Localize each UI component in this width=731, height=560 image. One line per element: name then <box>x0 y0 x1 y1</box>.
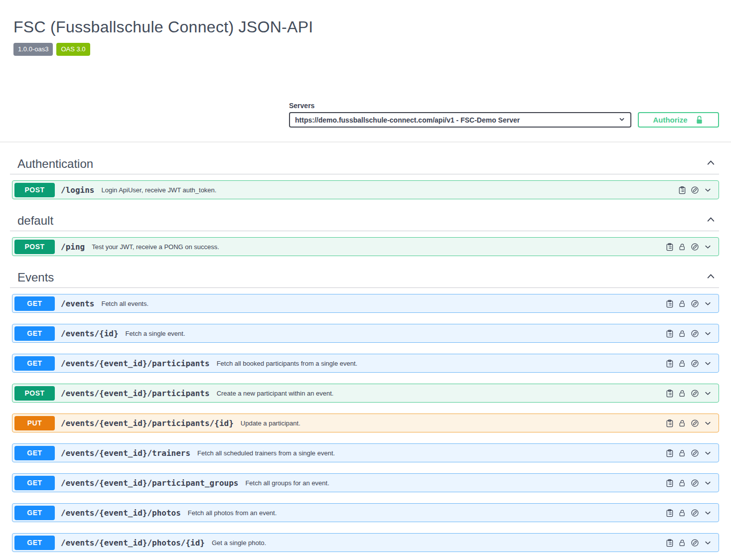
unlock-icon[interactable] <box>678 509 686 517</box>
operation-row[interactable]: POST /events/{event_id}/participants Cre… <box>12 384 719 403</box>
tag-section-header-events[interactable]: Events <box>10 267 719 288</box>
deep-link-icon[interactable] <box>691 243 699 251</box>
unlock-icon[interactable] <box>678 359 686 368</box>
operation-row[interactable]: GET /events/{event_id}/trainers Fetch al… <box>12 443 719 462</box>
deep-link-icon[interactable] <box>691 389 699 398</box>
tag-title: Authentication <box>17 157 93 171</box>
unlock-icon[interactable] <box>678 419 686 427</box>
endpoint-path: /events/{event_id}/participants/{id} <box>61 419 234 428</box>
endpoint-path: /events/{event_id}/trainers <box>61 448 190 458</box>
clipboard-icon[interactable] <box>666 329 674 338</box>
servers-label: Servers <box>289 102 631 110</box>
clipboard-icon[interactable] <box>666 509 674 517</box>
endpoint-path: /events/{event_id}/photos <box>61 508 181 518</box>
deep-link-icon[interactable] <box>691 186 699 194</box>
unlock-icon[interactable] <box>678 389 686 398</box>
method-badge: GET <box>14 446 55 460</box>
operation-row[interactable]: GET /events/{event_id}/participants Fetc… <box>12 354 719 373</box>
deep-link-icon[interactable] <box>691 449 699 457</box>
servers-block: Servers https://demo.fussballschule-conn… <box>289 102 631 128</box>
clipboard-icon[interactable] <box>678 186 686 194</box>
operations-group: POST /logins Login ApiUser, receive JWT … <box>0 174 731 199</box>
chevron-down-icon[interactable] <box>704 299 712 308</box>
operation-row[interactable]: PUT /events/{event_id}/participants/{id}… <box>12 414 719 432</box>
endpoint-path: /events <box>61 299 94 308</box>
operations-group: GET /events Fetch all events. <box>0 288 731 552</box>
deep-link-icon[interactable] <box>691 299 699 308</box>
operation-row[interactable]: GET /events/{id} Fetch a single event. <box>12 324 719 343</box>
deep-link-icon[interactable] <box>691 479 699 487</box>
method-badge: GET <box>14 536 55 550</box>
server-select[interactable]: https://demo.fussballschule-connect.com/… <box>289 112 631 128</box>
chevron-down-icon[interactable] <box>704 186 712 194</box>
chevron-down-icon[interactable] <box>704 359 712 368</box>
clipboard-icon[interactable] <box>666 299 674 308</box>
operation-row[interactable]: GET /events/{event_id}/participant_group… <box>12 473 719 492</box>
oas-badge: OAS 3.0 <box>56 43 90 56</box>
unlock-icon[interactable] <box>678 479 686 487</box>
method-badge: GET <box>14 506 55 520</box>
method-badge: GET <box>14 476 55 490</box>
unlock-icon[interactable] <box>678 299 686 308</box>
authorize-button[interactable]: Authorize <box>638 112 719 128</box>
deep-link-icon[interactable] <box>691 419 699 427</box>
operation-row[interactable]: GET /events Fetch all events. <box>12 294 719 313</box>
operation-row[interactable]: POST /ping Test your JWT, receive a PONG… <box>12 237 719 256</box>
chevron-down-icon[interactable] <box>704 479 712 487</box>
deep-link-icon[interactable] <box>691 509 699 517</box>
endpoint-summary: Update a participant. <box>241 420 300 427</box>
method-badge: POST <box>14 183 55 197</box>
method-badge: GET <box>14 356 55 371</box>
scheme-container: Servers https://demo.fussballschule-conn… <box>0 102 731 142</box>
endpoint-summary: Login ApiUser, receive JWT auth_token. <box>101 186 216 194</box>
chevron-up-icon <box>706 219 716 226</box>
unlock-icon[interactable] <box>678 449 686 457</box>
clipboard-icon[interactable] <box>666 449 674 457</box>
chevron-down-icon[interactable] <box>704 243 712 251</box>
unlock-icon[interactable] <box>678 539 686 547</box>
unlock-icon[interactable] <box>678 329 686 338</box>
endpoint-path: /events/{event_id}/participant_groups <box>61 478 238 488</box>
clipboard-icon[interactable] <box>666 389 674 398</box>
tag-section-header-default[interactable]: default <box>10 210 719 231</box>
chevron-down-icon[interactable] <box>704 539 712 547</box>
collapse-section-button[interactable] <box>706 214 716 228</box>
chevron-up-icon <box>706 276 716 283</box>
operation-row[interactable]: POST /logins Login ApiUser, receive JWT … <box>12 180 719 199</box>
chevron-up-icon <box>706 162 716 169</box>
page-title: FSC (Fussballschule Connect) JSON-API <box>13 18 719 36</box>
method-badge: PUT <box>14 416 55 430</box>
tag-section: default POST /ping Test your JWT, receiv… <box>0 210 731 256</box>
clipboard-icon[interactable] <box>666 359 674 368</box>
endpoint-summary: Create a new participant within an event… <box>217 390 334 397</box>
tag-title: default <box>17 214 53 228</box>
operation-row[interactable]: GET /events/{event_id}/photos/{id} Get a… <box>12 533 719 552</box>
clipboard-icon[interactable] <box>666 243 674 251</box>
tag-section: Events GET /events Fetch all events. <box>0 267 731 552</box>
unlock-icon[interactable] <box>678 243 686 251</box>
deep-link-icon[interactable] <box>691 539 699 547</box>
tag-section: Authentication POST /logins Login ApiUse… <box>0 142 731 199</box>
deep-link-icon[interactable] <box>691 329 699 338</box>
collapse-section-button[interactable] <box>706 157 716 171</box>
chevron-down-icon[interactable] <box>704 419 712 427</box>
endpoint-summary: Fetch all groups for an event. <box>245 479 329 487</box>
deep-link-icon[interactable] <box>691 359 699 368</box>
chevron-down-icon[interactable] <box>704 509 712 517</box>
authorize-label: Authorize <box>653 116 687 124</box>
endpoint-summary: Get a single photo. <box>212 539 266 547</box>
chevron-down-icon[interactable] <box>704 389 712 398</box>
chevron-down-icon[interactable] <box>704 449 712 457</box>
tag-section-header-authentication[interactable]: Authentication <box>10 142 719 174</box>
operations-list: Authentication POST /logins Login ApiUse… <box>0 142 731 552</box>
endpoint-summary: Fetch a single event. <box>126 330 185 337</box>
version-badge: 1.0.0-oas3 <box>13 43 53 56</box>
operation-row[interactable]: GET /events/{event_id}/photos Fetch all … <box>12 503 719 522</box>
clipboard-icon[interactable] <box>666 479 674 487</box>
clipboard-icon[interactable] <box>666 539 674 547</box>
collapse-section-button[interactable] <box>706 271 716 284</box>
api-info-header: FSC (Fussballschule Connect) JSON-API 1.… <box>0 0 731 56</box>
endpoint-path: /events/{event_id}/participants <box>61 389 210 398</box>
chevron-down-icon[interactable] <box>704 329 712 338</box>
clipboard-icon[interactable] <box>666 419 674 427</box>
